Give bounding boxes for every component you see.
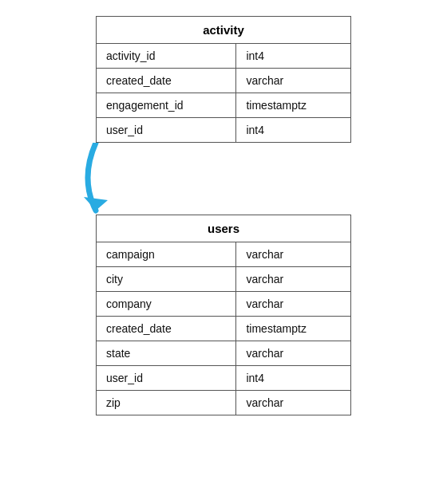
table-row: user_id int4 [97,366,351,391]
field-type: varchar [236,292,351,317]
relationship-arrow [72,143,168,215]
field-type: varchar [236,242,351,267]
field-name: activity_id [97,44,236,69]
field-type: int4 [236,44,351,69]
field-type: timestamptz [236,93,351,118]
field-type: varchar [236,341,351,366]
table-row: city varchar [97,267,351,292]
activity-table-wrapper: activity activity_id int4 created_date v… [96,16,351,143]
table-row: created_date timestamptz [97,317,351,341]
field-name: created_date [97,317,236,341]
field-name: zip [97,391,236,415]
table-row: user_id int4 [97,118,351,143]
activity-table: activity activity_id int4 created_date v… [96,16,351,143]
users-table-header: users [97,215,351,242]
field-name: company [97,292,236,317]
table-row: activity_id int4 [97,44,351,69]
field-type: varchar [236,391,351,415]
users-table-wrapper: users campaign varchar city varchar comp… [96,215,351,415]
field-name: state [97,341,236,366]
users-table: users campaign varchar city varchar comp… [96,215,351,415]
field-name: city [97,267,236,292]
field-type: int4 [236,118,351,143]
field-type: varchar [236,69,351,93]
relationship-arrow-container [96,143,351,215]
table-row: company varchar [97,292,351,317]
table-row: zip varchar [97,391,351,415]
field-type: timestamptz [236,317,351,341]
er-diagram: activity activity_id int4 created_date v… [32,16,415,415]
field-type: int4 [236,366,351,391]
table-row: engagement_id timestamptz [97,93,351,118]
field-name: user_id [97,366,236,391]
field-type: varchar [236,267,351,292]
svg-marker-0 [84,197,108,211]
field-name: engagement_id [97,93,236,118]
table-row: state varchar [97,341,351,366]
table-row: campaign varchar [97,242,351,267]
field-name: campaign [97,242,236,267]
field-name: created_date [97,69,236,93]
table-row: created_date varchar [97,69,351,93]
activity-table-header: activity [97,17,351,44]
field-name: user_id [97,118,236,143]
